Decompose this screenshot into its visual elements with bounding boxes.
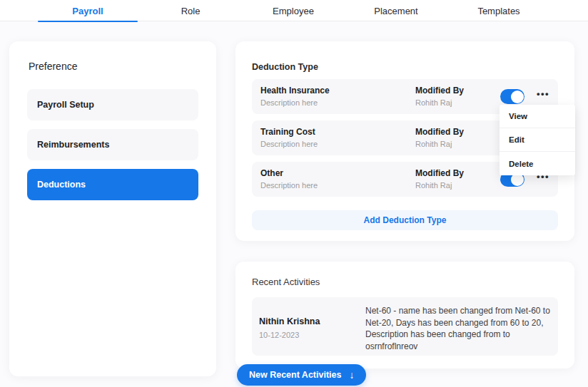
modified-by-block: Modified By Rohith Raj <box>415 127 464 148</box>
toggle-switch[interactable] <box>500 89 524 104</box>
activity-item: Nithin Krishna 10-12-2023 Net-60 - name … <box>252 297 558 356</box>
activity-text: Net-60 - name has been changed from Net-… <box>365 305 559 352</box>
activity-author: Nithin Krishna <box>259 316 320 326</box>
more-options-icon[interactable]: ••• <box>533 88 553 99</box>
sidebar-item-label: Payroll Setup <box>37 100 94 110</box>
modified-by-value: Rohith Raj <box>415 140 464 148</box>
sidebar-item-label: Reimbursements <box>37 140 109 150</box>
modified-by-label: Modified By <box>415 168 464 178</box>
sidebar-item-payroll-setup[interactable]: Payroll Setup <box>27 89 198 120</box>
tab-strip: Payroll Role Employee Placement Template… <box>36 0 550 21</box>
tab-employee[interactable]: Employee <box>242 0 345 21</box>
modified-by-block: Modified By Rohith Raj <box>415 168 464 190</box>
activity-author-block: Nithin Krishna 10-12-2023 <box>259 316 320 339</box>
sidebar-item-label: Deductions <box>37 180 86 190</box>
menu-item-delete[interactable]: Delete <box>500 152 575 175</box>
sidebar-item-reimbursements[interactable]: Reimbursements <box>27 129 198 160</box>
tab-payroll-label: Payroll <box>72 6 103 16</box>
recent-activities-title: Recent Activities <box>252 277 558 287</box>
new-recent-activities-button[interactable]: New Recent Activities ↓ <box>237 364 366 386</box>
modified-by-label: Modified By <box>415 127 464 137</box>
tab-payroll[interactable]: Payroll <box>36 0 139 21</box>
preference-panel: Preference Payroll Setup Reimbursements … <box>9 41 216 376</box>
tab-role-label: Role <box>181 6 201 16</box>
preference-title: Preference <box>29 61 198 72</box>
tab-placement-label: Placement <box>374 6 417 16</box>
tab-role[interactable]: Role <box>139 0 242 21</box>
deduction-type-title: Deduction Type <box>252 62 558 72</box>
menu-item-edit[interactable]: Edit <box>500 128 575 152</box>
tab-placement[interactable]: Placement <box>345 0 447 21</box>
recent-activities-panel: Recent Activities Nithin Krishna 10-12-2… <box>235 262 574 368</box>
top-nav: Payroll Role Employee Placement Template… <box>0 0 588 21</box>
tab-templates-label: Templates <box>477 6 519 16</box>
active-tab-underline <box>38 21 138 22</box>
modified-by-value: Rohith Raj <box>415 98 464 107</box>
modified-by-label: Modified By <box>415 86 464 96</box>
row-context-menu: View Edit Delete <box>500 105 575 175</box>
modified-by-value: Rohith Raj <box>415 181 464 190</box>
menu-item-view[interactable]: View <box>500 105 575 128</box>
tab-templates[interactable]: Templates <box>447 0 550 21</box>
toggle-knob <box>511 91 524 103</box>
modified-by-block: Modified By Rohith Raj <box>415 86 464 107</box>
activity-date: 10-12-2023 <box>259 331 320 339</box>
sidebar-item-deductions[interactable]: Deductions <box>27 169 198 200</box>
add-deduction-type-button[interactable]: Add Deduction Type <box>252 210 558 230</box>
new-recent-activities-label: New Recent Activities <box>249 370 341 380</box>
tab-employee-label: Employee <box>273 6 314 16</box>
arrow-down-icon: ↓ <box>349 370 354 380</box>
